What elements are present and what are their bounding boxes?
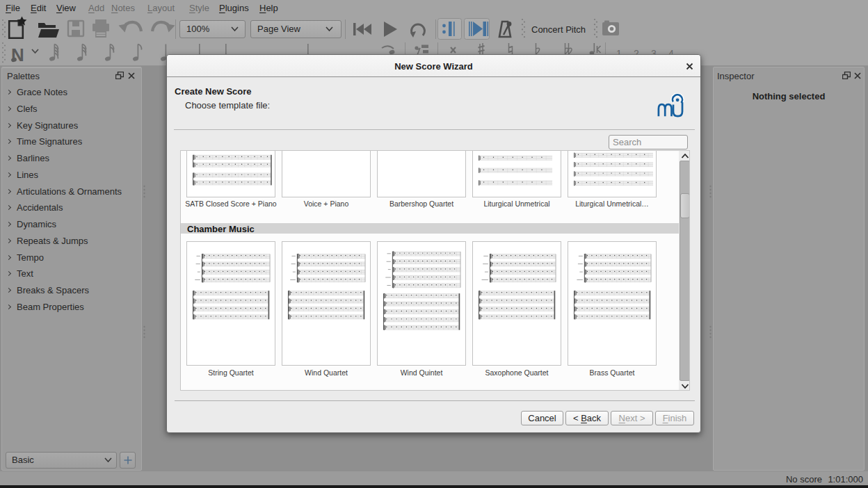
svg-text:N: N xyxy=(11,44,24,65)
